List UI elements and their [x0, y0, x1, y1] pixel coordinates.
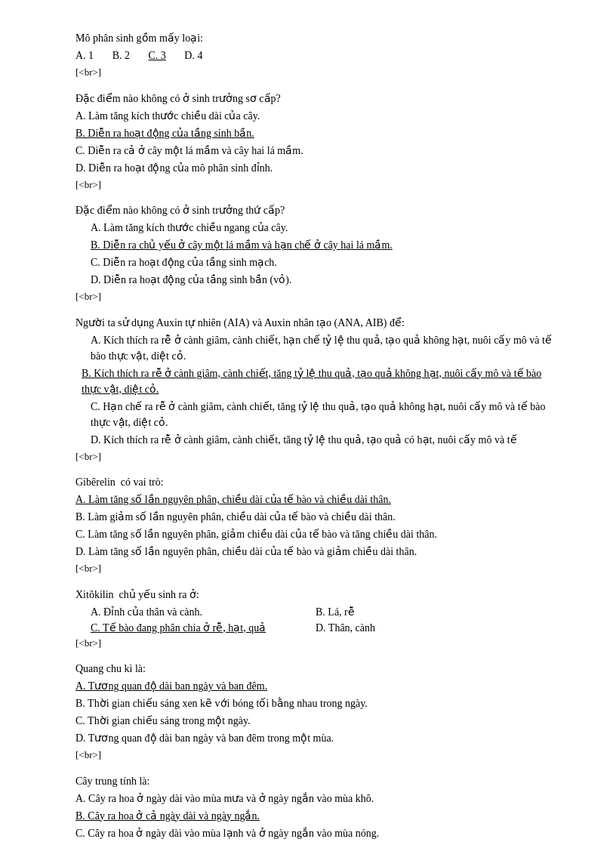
- q1-a: A. 1: [75, 50, 109, 61]
- q4-text: Người ta sử dụng Auxin tự nhiên (AIA) và…: [75, 315, 556, 331]
- q6-text: Xitôkilin chủ yếu sinh ra ở:: [75, 587, 556, 603]
- q4-a: A. Kích thích ra rễ ở cành giâm, cành ch…: [91, 332, 556, 364]
- q6-b: B. Lá, rễ: [316, 604, 556, 620]
- question-7: Quang chu kì là: A. Tương quan độ dài ba…: [75, 661, 556, 763]
- page-content: Mô phân sinh gồm mấy loại: A. 1 B. 2 C. …: [75, 30, 556, 841]
- q8-c: C. Cây ra hoa ở ngày dài vào mùa lạnh và…: [75, 825, 556, 841]
- q1-text: Mô phân sinh gồm mấy loại:: [75, 30, 556, 46]
- q3-b: B. Diễn ra chủ yếu ở cây một lá mầm và h…: [91, 237, 556, 253]
- q7-br: [<br>]: [75, 748, 556, 763]
- question-2: Đặc điểm nào không có ở sinh trưởng sơ c…: [75, 91, 556, 193]
- question-4: Người ta sử dụng Auxin tự nhiên (AIA) và…: [75, 315, 556, 464]
- q6-d: D. Thân, cành: [316, 620, 556, 636]
- q3-a: A. Làm tăng kích thước chiều ngang của c…: [91, 220, 556, 236]
- q3-br: [<br>]: [75, 289, 556, 304]
- q1-br: [<br>]: [75, 65, 556, 80]
- q1-c: C. 3: [148, 50, 165, 61]
- q5-c: C. Làm tăng số lần nguyên phân, giảm chi…: [75, 526, 556, 542]
- q7-b: B. Thời gian chiếu sáng xen kẽ với bóng …: [75, 695, 556, 711]
- q4-d: D. Kích thích ra rễ ở cành giâm, cành ch…: [91, 432, 556, 448]
- q2-br: [<br>]: [75, 177, 556, 193]
- q8-b: B. Cây ra hoa ở cả ngày dài và ngày ngắn…: [75, 808, 556, 824]
- q6-answers-table: A. Đỉnh của thân và cành. B. Lá, rễ C. T…: [75, 604, 556, 636]
- q2-a: A. Làm tăng kích thước chiều dài của cây…: [75, 108, 556, 124]
- q6-br: [<br>]: [75, 636, 556, 651]
- question-1: Mô phân sinh gồm mấy loại: A. 1 B. 2 C. …: [75, 30, 556, 80]
- q8-text: Cây trung tính là:: [75, 773, 556, 789]
- q3-c: C. Diễn ra hoạt động của tầng sinh mạch.: [91, 254, 556, 270]
- question-8: Cây trung tính là: A. Cây ra hoa ở ngày …: [75, 773, 556, 841]
- q7-text: Quang chu kì là:: [75, 661, 556, 677]
- q1-d: D. 4: [168, 50, 202, 61]
- q4-b: B. Kích thích ra rễ ở cành giâm, cành ch…: [82, 365, 556, 397]
- q7-c: C. Thời gian chiếu sáng trong một ngày.: [75, 713, 556, 729]
- q5-d: D. Làm tăng số lần nguyên phân, chiều dà…: [75, 544, 556, 560]
- q2-c: C. Diễn ra cả ở cây một lá mầm và cây ha…: [75, 143, 556, 159]
- q4-c: C. Hạn chế ra rễ ở cành giâm, cành chiết…: [91, 399, 556, 430]
- question-3: Đặc điểm nào không có ở sinh trưởng thứ …: [75, 202, 556, 304]
- q1-b: B. 2: [112, 50, 146, 61]
- q7-d: D. Tương quan độ dài ban ngày và ban đêm…: [75, 730, 556, 746]
- q2-b: B. Diễn ra hoạt động của tầng sinh bần.: [75, 125, 556, 141]
- q5-b: B. Làm giảm số lần nguyên phân, chiều dà…: [75, 509, 556, 525]
- q7-a: A. Tương quan độ dài ban ngày và ban đêm…: [75, 678, 556, 694]
- question-5: Gibêrelin có vai trò: A. Làm tăng số lần…: [75, 474, 556, 576]
- q4-br: [<br>]: [75, 449, 556, 464]
- question-6: Xitôkilin chủ yếu sinh ra ở: A. Đỉnh của…: [75, 587, 556, 651]
- q6-a: A. Đỉnh của thân và cành.: [75, 604, 316, 620]
- q2-d: D. Diễn ra hoạt động của mô phân sinh đỉ…: [75, 160, 556, 176]
- q5-a: A. Làm tăng số lần nguyên phân, chiều dà…: [75, 492, 556, 507]
- q3-text: Đặc điểm nào không có ở sinh trưởng thứ …: [75, 202, 556, 218]
- q2-text: Đặc điểm nào không có ở sinh trưởng sơ c…: [75, 91, 556, 106]
- q3-d: D. Diễn ra hoạt động của tầng sinh bần (…: [91, 272, 556, 288]
- q5-text: Gibêrelin có vai trò:: [75, 474, 556, 490]
- q8-a: A. Cây ra hoa ở ngày dài vào mùa mưa và …: [75, 791, 556, 806]
- q1-answers-inline: A. 1 B. 2 C. 3 D. 4: [75, 48, 556, 63]
- q6-c: C. Tế bào đang phân chia ở rễ, hạt, quả: [75, 620, 316, 636]
- q5-br: [<br>]: [75, 561, 556, 576]
